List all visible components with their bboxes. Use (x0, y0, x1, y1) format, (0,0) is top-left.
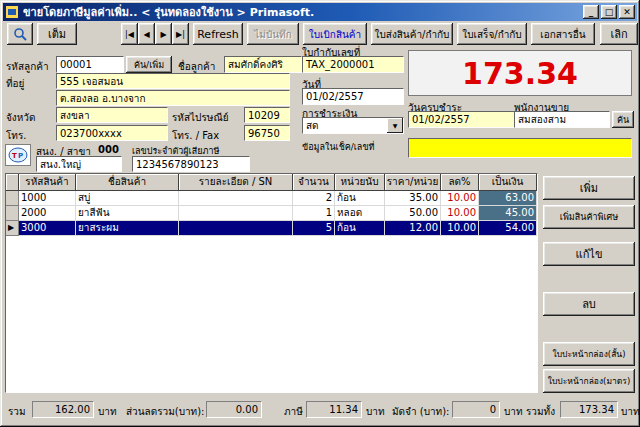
table-row[interactable]: 2000 ยาสีฟัน 1 หลอด 50.00 10.00 45.00 (6, 206, 537, 221)
grand-total-label: รวมทั้ง (526, 404, 555, 419)
minimize-button[interactable]: _ (583, 5, 599, 19)
grid-header: รหัสสินค้า ชื่อสินค้า รายละเอียด / SN จำ… (6, 174, 537, 191)
col-price-header: ราคา/หน่วย (385, 174, 441, 191)
nav-next-button[interactable]: ▶ (155, 23, 172, 45)
company-logo-icon: T P (5, 144, 31, 166)
receipt-invoice-button[interactable]: ใบเสร็จ/กำกับ (457, 23, 527, 45)
col-detail-header: รายละเอียด / SN (179, 174, 293, 191)
customer-code-field[interactable]: 00001 (56, 56, 124, 73)
cell-discount: 10.00 (441, 221, 479, 236)
delivery-invoice-button[interactable]: ใบส่งสินค้า/กำกับ (371, 23, 453, 45)
nav-prev-button[interactable]: ◀ (138, 23, 155, 45)
search-button[interactable] (7, 23, 33, 45)
branch-code: 000 (98, 144, 119, 155)
address-line2-field[interactable]: ต.สองลอ อ.บางจาก (56, 90, 290, 106)
cell-amount: 45.00 (479, 206, 537, 221)
due-date-field[interactable]: 01/02/2557 (408, 111, 516, 128)
refresh-button[interactable]: Refresh (193, 23, 243, 45)
address-line1-field[interactable]: 555 เจอสมอน (56, 73, 290, 89)
cell-code: 3000 (19, 221, 76, 236)
cell-discount: 10.00 (441, 191, 479, 206)
svg-text:P: P (18, 152, 23, 160)
total-discount-value: 0.00 (206, 401, 262, 418)
cell-amount: 63.00 (479, 191, 537, 206)
no-save-button: ไม่บันทึก (247, 23, 299, 45)
salesperson-field[interactable]: สมสองสาม (514, 111, 610, 128)
cheque-info-label: ข้อมูลในเช็ค/เลขที่ (302, 142, 406, 152)
tax-id-field[interactable]: 1234567890123 (132, 156, 250, 172)
full-view-button[interactable]: เต็ม (37, 23, 77, 45)
cell-name: ยาสีฟัน (76, 206, 179, 221)
nav-first-button[interactable]: |◀ (121, 23, 138, 45)
side-button-panel: เพิ่ม เพิ่มสินค้าพิเศษ แก้ไข ลบ ใบปะหน้า… (542, 173, 636, 397)
grand-total-display: 173.34 (408, 50, 632, 96)
customer-name-field[interactable]: สมศักดิ์คงศิริ (224, 56, 302, 73)
fax-field[interactable]: 96750 (244, 125, 290, 141)
vat-value: 11.34 (306, 401, 362, 418)
col-amount-header: เป็นเงิน (479, 174, 537, 191)
province-field[interactable]: สงขลา (56, 107, 168, 123)
baht-label: บาท (98, 404, 117, 419)
app-icon (5, 5, 19, 19)
cell-detail (179, 206, 293, 221)
cell-discount: 10.00 (441, 206, 479, 221)
col-qty-header: จำนวน (293, 174, 335, 191)
row-selector-current (6, 221, 19, 236)
search-icon (13, 27, 27, 41)
total-discount-label: ส่วนลดรวม(บาท): (126, 404, 204, 419)
delete-item-button[interactable]: ลบ (543, 292, 635, 316)
maximize-button[interactable]: □ (601, 5, 617, 19)
col-unit-header: หน่วยนับ (335, 174, 385, 191)
other-docs-button[interactable]: เอกสารอื่น (531, 23, 595, 45)
cell-qty: 1 (293, 206, 335, 221)
add-special-item-button[interactable]: เพิ่มสินค้าพิเศษ (543, 205, 635, 229)
date-field[interactable]: 01/02/2557 (302, 88, 404, 105)
nav-last-button[interactable]: ▶| (172, 23, 189, 45)
cell-code: 1000 (19, 191, 76, 206)
invoice-no-field[interactable]: TAX_2000001 (302, 56, 404, 73)
phone-field[interactable]: 023700xxxx (56, 125, 168, 141)
phone-label: โทร. (6, 128, 27, 143)
window-title: ขายโดยภาษีมูลค่าเพิ่ม.. < รุ่นทดลองใช้งา… (23, 3, 581, 21)
customer-search-button[interactable]: ค้น/เพิ่ม (126, 56, 172, 73)
cell-unit: หลอด (335, 206, 385, 221)
title-bar: ขายโดยภาษีมูลค่าเพิ่ม.. < รุ่นทดลองใช้งา… (3, 3, 637, 21)
branch-name-field[interactable]: สนง.ใหญ่ (36, 156, 122, 172)
cell-qty: 2 (293, 191, 335, 206)
payment-dropdown[interactable]: สด (302, 117, 404, 134)
col-name-header: ชื่อสินค้า (76, 174, 179, 191)
cell-price: 12.00 (385, 221, 441, 236)
cell-unit: ก้อน (335, 221, 385, 236)
cell-detail (179, 221, 293, 236)
close-button[interactable]: ✕ (619, 5, 635, 19)
cell-detail (179, 191, 293, 206)
cheque-info-field[interactable] (408, 138, 632, 158)
subtotal-value: 162.00 (32, 401, 94, 418)
postcode-label: รหัสไปรษณีย์ (172, 110, 229, 125)
postcode-field[interactable]: 10209 (244, 107, 290, 123)
subtotal-label: รวม (8, 404, 26, 419)
svg-text:T: T (12, 152, 17, 160)
salesperson-search-button[interactable]: ค้น (612, 111, 634, 128)
header-form: รหัสลูกค้า 00001 ค้น/เพิ่ม ชื่อลูกค้า สม… (0, 44, 640, 172)
box-label-short-button[interactable]: ใบปะหน้ากล่อง(สั้น) (543, 342, 635, 366)
baht-label: บาท (366, 404, 385, 419)
table-row-selected[interactable]: 3000 ยาสระผม 5 ก้อน 12.00 10.00 54.00 (6, 221, 537, 236)
exit-button[interactable]: เลิก (600, 23, 638, 45)
deposit-label: มัดจำ (บาท): (392, 404, 449, 419)
table-row[interactable]: 1000 สบู่ 2 ก้อน 35.00 10.00 63.00 (6, 191, 537, 206)
customer-code-label: รหัสลูกค้า (6, 59, 49, 74)
grand-total-value: 173.34 (560, 401, 618, 418)
add-item-button[interactable]: เพิ่ม (543, 176, 635, 200)
baht-label: บาท (504, 404, 523, 419)
province-label: จังหวัด (6, 110, 35, 125)
withdraw-slip-button[interactable]: ใบเบิกสินค้า (303, 23, 367, 45)
row-selector (6, 206, 19, 221)
cell-qty: 5 (293, 221, 335, 236)
payment-value: สด (303, 118, 387, 133)
dropdown-arrow-icon[interactable] (387, 118, 403, 133)
cell-name: สบู่ (76, 191, 179, 206)
box-label-standard-button[interactable]: ใบปะหน้ากล่อง(มาตร) (543, 369, 635, 393)
cell-code: 2000 (19, 206, 76, 221)
edit-item-button[interactable]: แก้ไข (543, 242, 635, 266)
